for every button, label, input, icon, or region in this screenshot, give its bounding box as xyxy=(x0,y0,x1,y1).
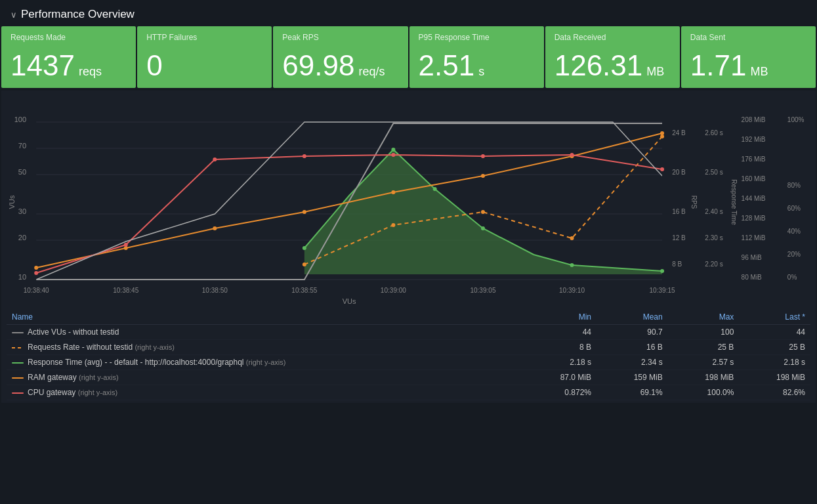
svg-text:10:39:00: 10:39:00 xyxy=(381,287,406,294)
svg-text:100%: 100% xyxy=(787,116,805,123)
legend-row: Response Time (avg) - - default - http:/… xyxy=(7,355,810,370)
legend-mean: 16 B xyxy=(597,340,668,355)
stat-card-1: HTTP Failures 0 xyxy=(137,26,272,88)
svg-point-33 xyxy=(660,135,664,138)
legend-label: Response Time (avg) - - default - http:/… xyxy=(28,358,244,367)
legend-last: 2.18 s xyxy=(739,355,810,370)
legend-label: Active VUs - without testid xyxy=(28,327,119,337)
legend-row: Requests Rate - without testid (right y-… xyxy=(7,340,810,355)
svg-point-19 xyxy=(570,263,574,267)
chart-section: 100 70 50 30 20 10 VUs xyxy=(1,91,816,403)
svg-text:RPS: RPS xyxy=(690,196,698,209)
legend-last: 198 MiB xyxy=(739,370,810,385)
legend-max: 100 xyxy=(668,325,740,340)
legend-note: (right y-axis) xyxy=(79,373,119,381)
svg-text:2.50 s: 2.50 s xyxy=(705,169,723,176)
stat-cards-row: Requests Made 1437reqs HTTP Failures 0 P… xyxy=(0,26,817,89)
svg-point-39 xyxy=(481,154,485,158)
stat-value: 126.31MB xyxy=(555,51,671,80)
legend-last: 44 xyxy=(739,325,810,340)
svg-text:10: 10 xyxy=(18,273,26,281)
svg-point-34 xyxy=(34,271,38,275)
svg-point-17 xyxy=(433,187,437,191)
svg-text:20 B: 20 B xyxy=(672,169,686,176)
svg-point-30 xyxy=(391,223,395,227)
svg-text:112 MiB: 112 MiB xyxy=(742,234,766,242)
stat-unit: req/s xyxy=(358,66,385,77)
svg-point-32 xyxy=(570,236,574,240)
svg-text:20%: 20% xyxy=(787,251,801,258)
legend-note: (right y-axis) xyxy=(246,358,286,366)
stat-label: HTTP Failures xyxy=(146,33,262,42)
svg-point-21 xyxy=(34,266,38,270)
svg-text:VUs: VUs xyxy=(343,297,356,305)
stat-card-3: P95 Response Time 2.51s xyxy=(409,26,544,88)
svg-text:20: 20 xyxy=(18,234,26,242)
legend-last: 25 B xyxy=(739,340,810,355)
svg-text:208 MiB: 208 MiB xyxy=(742,116,766,123)
svg-text:10:39:15: 10:39:15 xyxy=(650,287,675,294)
col-name: Name xyxy=(7,310,521,325)
legend-name: Active VUs - without testid xyxy=(7,325,521,340)
legend-max: 2.57 s xyxy=(668,355,740,370)
legend-label: Requests Rate - without testid xyxy=(28,343,133,352)
stat-card-2: Peak RPS 69.98req/s xyxy=(273,26,408,88)
svg-text:10:38:45: 10:38:45 xyxy=(113,287,138,294)
stat-unit: MB xyxy=(646,66,664,77)
svg-text:160 MiB: 160 MiB xyxy=(742,175,766,182)
svg-point-37 xyxy=(303,154,306,158)
legend-table: Name Min Mean Max Last * Active VUs - wi… xyxy=(7,310,810,400)
svg-point-26 xyxy=(481,174,485,178)
legend-min: 87.0 MiB xyxy=(521,370,597,385)
legend-mean: 69.1% xyxy=(597,385,668,400)
legend-min: 2.18 s xyxy=(521,355,597,370)
svg-text:0%: 0% xyxy=(787,274,797,281)
svg-text:40%: 40% xyxy=(787,228,801,235)
svg-point-18 xyxy=(481,226,485,230)
svg-point-40 xyxy=(570,153,574,157)
legend-name: Requests Rate - without testid (right y-… xyxy=(7,340,521,355)
svg-point-31 xyxy=(481,210,485,214)
col-max: Max xyxy=(668,310,740,325)
svg-text:128 MiB: 128 MiB xyxy=(742,215,766,222)
stat-value: 69.98req/s xyxy=(282,51,398,80)
stat-card-5: Data Sent 1.71MB xyxy=(681,26,816,88)
stat-label: Peak RPS xyxy=(282,33,398,42)
svg-text:Response Time: Response Time xyxy=(730,179,738,225)
legend-mean: 2.34 s xyxy=(597,355,668,370)
svg-point-35 xyxy=(124,243,128,247)
col-last: Last * xyxy=(739,310,810,325)
legend-name: CPU gateway (right y-axis) xyxy=(7,385,521,400)
chart-container: 100 70 50 30 20 10 VUs xyxy=(7,97,810,307)
legend-max: 198 MiB xyxy=(668,370,740,385)
svg-point-20 xyxy=(660,269,664,273)
svg-text:80%: 80% xyxy=(787,182,801,189)
legend-min: 44 xyxy=(521,325,597,340)
svg-text:10:39:05: 10:39:05 xyxy=(470,287,495,294)
legend-min: 0.872% xyxy=(521,385,597,400)
svg-text:10:38:55: 10:38:55 xyxy=(291,287,317,294)
legend-row: RAM gateway (right y-axis) 87.0 MiB 159 … xyxy=(7,370,810,385)
legend-label: CPU gateway xyxy=(28,388,75,397)
legend-min: 8 B xyxy=(521,340,597,355)
stat-card-0: Requests Made 1437reqs xyxy=(1,26,136,88)
stat-value: 1437reqs xyxy=(10,51,127,80)
stat-label: Data Received xyxy=(555,33,671,42)
legend-label: RAM gateway xyxy=(28,373,77,382)
svg-text:80 MiB: 80 MiB xyxy=(742,274,763,281)
stat-label: P95 Response Time xyxy=(419,33,535,42)
page-title: Performance Overview xyxy=(21,8,135,21)
legend-dot-solid xyxy=(12,362,24,364)
svg-text:12 B: 12 B xyxy=(672,234,686,242)
legend-dot-solid xyxy=(12,392,24,394)
svg-text:2.20 s: 2.20 s xyxy=(705,261,723,268)
svg-text:2.60 s: 2.60 s xyxy=(705,129,723,136)
svg-point-25 xyxy=(391,190,395,194)
legend-max: 25 B xyxy=(668,340,740,355)
svg-text:30: 30 xyxy=(18,207,26,215)
svg-text:100: 100 xyxy=(14,116,26,123)
stat-label: Data Sent xyxy=(690,33,807,42)
legend-max: 100.0% xyxy=(668,385,740,400)
svg-text:VUs: VUs xyxy=(8,195,16,209)
legend-dot-dashed xyxy=(12,347,24,348)
